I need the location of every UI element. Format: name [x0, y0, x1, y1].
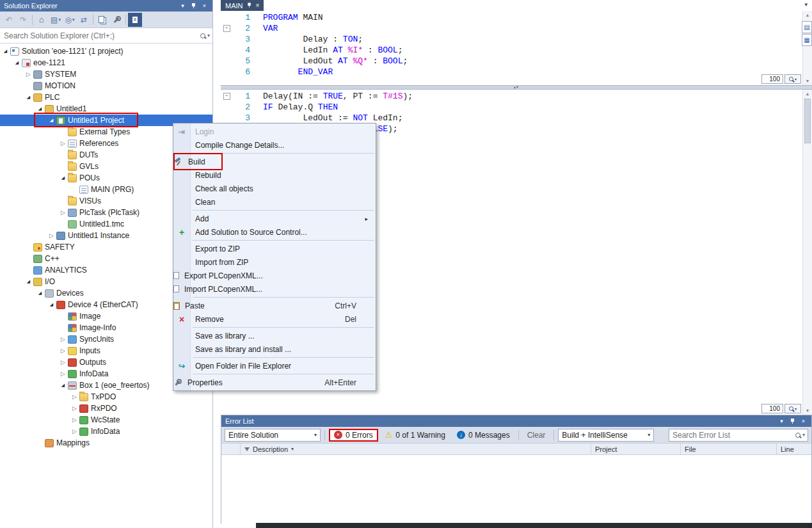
collapse-arrow-icon[interactable]: ◢: [47, 118, 56, 123]
tree-item-untitled1[interactable]: ◢Untitled1: [0, 103, 212, 115]
code-text[interactable]: IF Delay.Q THEN: [253, 102, 338, 112]
fold-collapse-icon[interactable]: -: [223, 93, 230, 100]
menu-item-add[interactable]: Add▸: [173, 212, 376, 225]
window-position-chevron-icon[interactable]: ▾: [776, 416, 787, 426]
collapse-arrow-icon[interactable]: ◢: [47, 302, 56, 307]
menu-item-export-to-zip[interactable]: Export to ZIP: [173, 242, 376, 255]
pending-filter-button[interactable]: ▾: [63, 13, 77, 27]
expand-arrow-icon[interactable]: ▷: [70, 405, 79, 412]
pin-icon[interactable]: [787, 416, 798, 426]
zoom-button[interactable]: ▾: [784, 74, 801, 84]
editor-splitter[interactable]: ▴▾: [221, 85, 812, 90]
tree-item-motion[interactable]: MOTION: [0, 80, 212, 92]
scroll-up-icon[interactable]: ▲: [803, 90, 812, 98]
tree-item-rxpdo[interactable]: ▷RxPDO: [0, 403, 212, 414]
menu-item-rebuild[interactable]: Rebuild: [173, 168, 376, 182]
tree-item-eoe-1121[interactable]: ◢eoe-1121: [0, 57, 212, 68]
expand-arrow-icon[interactable]: ▷: [24, 71, 33, 77]
code-text[interactable]: END_VAR: [253, 67, 333, 77]
menu-item-build[interactable]: Build: [173, 155, 376, 168]
expand-arrow-icon[interactable]: ▷: [59, 209, 67, 216]
menu-item-import-from-zip[interactable]: Import from ZIP: [173, 255, 376, 269]
close-icon[interactable]: ×: [199, 1, 210, 11]
collapse-arrow-icon[interactable]: ◢: [1, 49, 10, 54]
menu-item-save-as-library-and-install[interactable]: Save as library and install ...: [173, 342, 376, 356]
warnings-filter-button[interactable]: ⚠ 0 of 1 Warning: [381, 429, 450, 442]
menu-item-compile-change-details[interactable]: Compile Change Details...: [173, 138, 376, 152]
error-search-input[interactable]: [669, 431, 795, 440]
collapse-arrow-icon[interactable]: ◢: [24, 279, 33, 284]
code-text[interactable]: Delay : TON;: [253, 35, 363, 44]
code-text[interactable]: PROGRAM MAIN: [253, 13, 323, 22]
close-icon[interactable]: ×: [256, 2, 260, 9]
tree-item-wcstate[interactable]: ▷WcState: [0, 414, 212, 426]
home-button[interactable]: [35, 13, 49, 27]
tabular-view-button[interactable]: ▦: [802, 34, 812, 46]
code-text[interactable]: LedOut := NOT LedIn;: [253, 113, 402, 123]
code-text[interactable]: Delay(IN := TRUE, PT := T#1S);: [253, 92, 413, 101]
show-all-files-button[interactable]: [95, 13, 109, 27]
column-header-line[interactable]: Line: [777, 444, 811, 454]
menu-item-clean[interactable]: Clean: [173, 195, 376, 209]
window-position-chevron-icon[interactable]: ▾: [177, 1, 188, 11]
column-header-project[interactable]: Project: [591, 444, 681, 454]
tree-item-solution-eoe-1121-1-project[interactable]: ◢Solution 'eoe-1121' (1 project): [0, 45, 212, 57]
search-options-caret-icon[interactable]: ▾: [802, 432, 805, 438]
zoom-level[interactable]: 100: [761, 404, 783, 413]
close-icon[interactable]: ×: [798, 416, 809, 426]
clear-button[interactable]: Clear: [523, 429, 550, 442]
expand-arrow-icon[interactable]: ▷: [59, 140, 67, 147]
tab-main[interactable]: MAIN ×: [221, 0, 264, 11]
collapse-arrow-icon[interactable]: ◢: [59, 383, 67, 388]
forward-button[interactable]: [16, 13, 30, 27]
menu-item-import-plcopenxml[interactable]: Import PLCopenXML...: [173, 282, 376, 296]
expand-arrow-icon[interactable]: ▷: [59, 348, 67, 354]
column-header-description[interactable]: Description ▾: [241, 444, 591, 454]
preview-selected-items-button[interactable]: [128, 13, 142, 27]
collapse-arrow-icon[interactable]: ◢: [59, 175, 67, 180]
sync-with-active-document-button[interactable]: [77, 13, 91, 27]
menu-item-paste[interactable]: PasteCtrl+V: [173, 299, 376, 312]
messages-filter-button[interactable]: i 0 Messages: [452, 429, 514, 442]
implementation-scrollbar[interactable]: ▲ ▼: [802, 90, 812, 415]
textual-view-button[interactable]: ▤: [802, 21, 812, 33]
search-input[interactable]: [0, 31, 200, 40]
expand-arrow-icon[interactable]: ▷: [59, 336, 67, 342]
pin-icon[interactable]: [247, 2, 252, 10]
pin-icon[interactable]: [188, 1, 199, 11]
zoom-level[interactable]: 100: [761, 74, 783, 84]
menu-item-check-all-objects[interactable]: Check all objects: [173, 182, 376, 195]
collapse-arrow-icon[interactable]: ◢: [36, 106, 44, 111]
menu-item-export-plcopenxml[interactable]: Export PLCopenXML...: [173, 269, 376, 282]
code-text[interactable]: VAR: [253, 24, 278, 33]
expand-arrow-icon[interactable]: ▷: [70, 394, 79, 400]
scope-dropdown[interactable]: Entire Solution ▾: [225, 429, 321, 442]
zoom-button[interactable]: ▾: [784, 404, 801, 413]
menu-item-properties[interactable]: PropertiesAlt+Enter: [173, 376, 376, 389]
scroll-down-icon[interactable]: ▼: [803, 406, 812, 415]
declaration-editor[interactable]: 1PROGRAM MAIN-2VAR3 Delay : TON;4 LedIn …: [221, 11, 812, 85]
search-magnifier-icon[interactable]: [200, 33, 205, 38]
tree-item-system[interactable]: ▷SYSTEM: [0, 68, 212, 80]
column-header-file[interactable]: File: [681, 444, 777, 454]
scroll-up-icon[interactable]: ▲: [803, 11, 812, 19]
tree-item-infodata[interactable]: ▷InfoData: [0, 426, 212, 437]
menu-item-remove[interactable]: RemoveDel: [173, 312, 376, 326]
expand-arrow-icon[interactable]: ▷: [70, 428, 79, 435]
collapse-arrow-icon[interactable]: ◢: [13, 60, 21, 65]
scroll-down-icon[interactable]: ▼: [803, 77, 812, 85]
expand-arrow-icon[interactable]: ▷: [70, 417, 79, 423]
menu-item-open-folder-in-file-explorer[interactable]: Open Folder in File Explorer: [173, 359, 376, 372]
collapse-all-button[interactable]: ▾: [49, 13, 63, 27]
menu-item-add-solution-to-source-control[interactable]: Add Solution to Source Control...: [173, 225, 376, 239]
tree-item-txpdo[interactable]: ▷TxPDO: [0, 391, 212, 403]
fold-collapse-icon[interactable]: -: [223, 25, 230, 32]
back-button[interactable]: [2, 13, 16, 27]
search-options-caret-icon[interactable]: ▾: [207, 33, 210, 38]
code-text[interactable]: LedIn AT %I* : BOOL;: [253, 45, 402, 55]
properties-button[interactable]: [109, 13, 123, 27]
collapse-arrow-icon[interactable]: ◢: [24, 95, 33, 100]
expand-arrow-icon[interactable]: ▷: [59, 371, 67, 377]
code-text[interactable]: LedOut AT %Q* : BOOL;: [253, 56, 408, 66]
tab-overflow-chevron-icon[interactable]: ▾: [804, 1, 808, 8]
